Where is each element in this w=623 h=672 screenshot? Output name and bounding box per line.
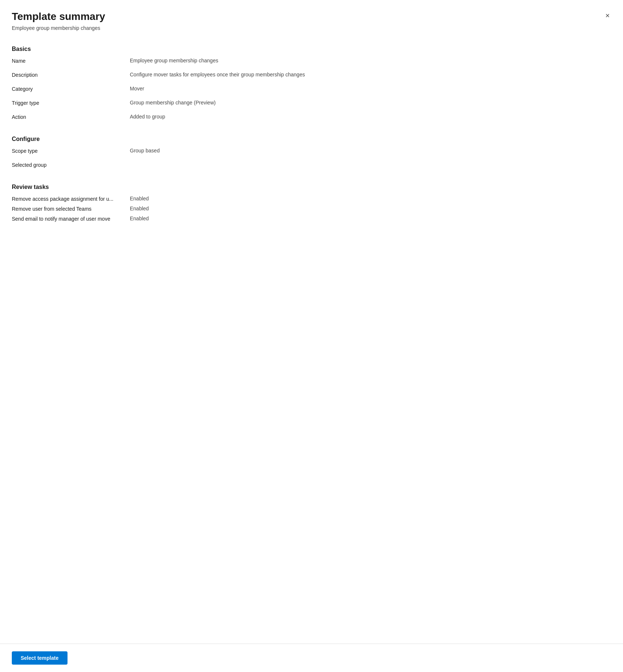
configure-heading: Configure	[12, 136, 611, 142]
task-label-remove-access: Remove access package assignment for u..…	[12, 196, 130, 202]
field-label-selected-group: Selected group	[12, 162, 130, 168]
field-row-description: Description Configure mover tasks for em…	[12, 72, 611, 82]
field-label-category: Category	[12, 86, 130, 92]
close-button[interactable]: ×	[601, 9, 614, 22]
field-value-action: Added to group	[130, 114, 611, 120]
panel-title: Template summary	[12, 10, 611, 23]
field-row-name: Name Employee group membership changes	[12, 58, 611, 68]
review-tasks-section: Review tasks Remove access package assig…	[12, 184, 611, 222]
task-row-remove-teams: Remove user from selected Teams Enabled	[12, 206, 611, 212]
template-summary-panel: Template summary Employee group membersh…	[0, 0, 623, 672]
field-row-action: Action Added to group	[12, 114, 611, 124]
select-template-button[interactable]: Select template	[12, 651, 68, 665]
task-row-remove-access: Remove access package assignment for u..…	[12, 196, 611, 202]
panel-header: Template summary Employee group membersh…	[0, 0, 623, 37]
task-label-remove-teams: Remove user from selected Teams	[12, 206, 130, 212]
review-tasks-heading: Review tasks	[12, 184, 611, 190]
field-label-action: Action	[12, 114, 130, 120]
basics-section: Basics Name Employee group membership ch…	[12, 46, 611, 124]
field-label-trigger-type: Trigger type	[12, 100, 130, 106]
task-row-send-email: Send email to notify manager of user mov…	[12, 216, 611, 222]
panel-subtitle: Employee group membership changes	[12, 25, 611, 31]
basics-heading: Basics	[12, 46, 611, 52]
field-value-scope-type: Group based	[130, 148, 611, 154]
task-status-remove-teams: Enabled	[130, 206, 149, 211]
task-status-remove-access: Enabled	[130, 196, 149, 201]
field-label-name: Name	[12, 58, 130, 64]
field-label-scope-type: Scope type	[12, 148, 130, 154]
field-row-scope-type: Scope type Group based	[12, 148, 611, 158]
field-label-description: Description	[12, 72, 130, 78]
field-row-selected-group: Selected group	[12, 162, 611, 172]
field-value-name: Employee group membership changes	[130, 58, 611, 63]
field-row-category: Category Mover	[12, 86, 611, 96]
field-value-trigger-type: Group membership change (Preview)	[130, 100, 611, 106]
field-value-category: Mover	[130, 86, 611, 92]
panel-footer: Select template	[0, 644, 623, 672]
task-label-send-email: Send email to notify manager of user mov…	[12, 216, 130, 222]
field-value-description: Configure mover tasks for employees once…	[130, 72, 611, 77]
configure-section: Configure Scope type Group based Selecte…	[12, 136, 611, 172]
task-status-send-email: Enabled	[130, 216, 149, 221]
panel-content: Basics Name Employee group membership ch…	[0, 37, 623, 644]
field-row-trigger-type: Trigger type Group membership change (Pr…	[12, 100, 611, 110]
